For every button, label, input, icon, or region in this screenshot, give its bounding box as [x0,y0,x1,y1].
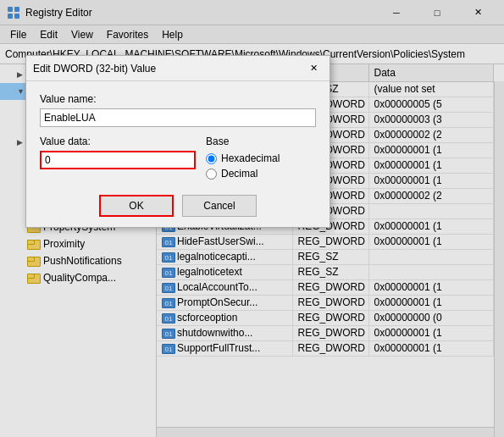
hexadecimal-row: Hexadecimal [206,152,316,164]
decimal-label: Decimal [221,168,258,180]
value-data-input[interactable] [40,151,196,169]
dialog-buttons: OK Cancel [40,195,316,217]
dialog-title: Edit DWORD (32-bit) Value [33,63,304,75]
dialog-row: Value data: Base Hexadecimal Decimal [40,136,316,183]
hexadecimal-radio[interactable] [206,153,217,164]
dialog-title-bar: Edit DWORD (32-bit) Value ✕ [26,56,330,81]
value-data-label: Value data: [40,136,196,147]
value-name-label: Value name: [40,93,316,105]
cancel-button[interactable]: Cancel [182,195,257,217]
value-data-section: Value data: [40,136,196,169]
value-name-input[interactable] [40,108,316,127]
dialog-close-button[interactable]: ✕ [304,59,323,78]
ok-button[interactable]: OK [99,195,174,217]
base-section: Base Hexadecimal Decimal [206,136,316,183]
hexadecimal-label: Hexadecimal [221,152,280,164]
base-label: Base [206,136,316,147]
decimal-row: Decimal [206,168,316,180]
dialog-body: Value name: Value data: Base Hexadecimal… [26,81,330,227]
decimal-radio[interactable] [206,169,217,180]
edit-dword-dialog: Edit DWORD (32-bit) Value ✕ Value name: … [25,55,330,228]
